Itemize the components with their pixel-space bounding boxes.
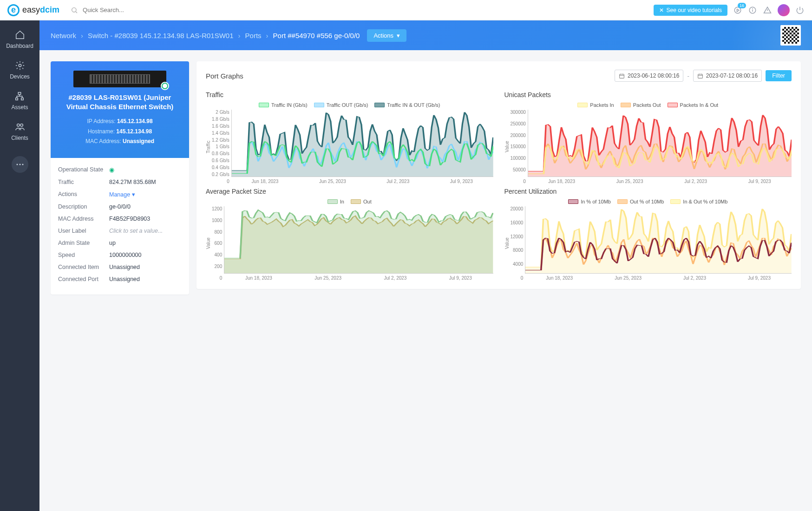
gear-icon	[15, 60, 25, 71]
switch-graphic	[73, 71, 166, 87]
svg-point-15	[19, 164, 20, 165]
alerts-icon[interactable]	[763, 6, 772, 15]
search-icon	[71, 7, 78, 14]
changelog-icon[interactable]: 16	[733, 6, 742, 15]
sidebar-item-assets[interactable]: Assets	[11, 91, 28, 111]
label: Connected Item	[58, 264, 109, 270]
home-icon	[15, 30, 25, 40]
logo-icon: e	[7, 4, 20, 16]
filter-button[interactable]: Filter	[766, 70, 792, 81]
search-input[interactable]	[83, 7, 176, 13]
svg-point-5	[753, 8, 753, 9]
label: MAC Address	[58, 216, 109, 222]
svg-point-13	[20, 124, 22, 127]
chart-title: Traffic	[206, 91, 493, 98]
sidebar: Dashboard Devices Assets Clients	[0, 20, 39, 306]
logo[interactable]: e easydcim	[7, 4, 59, 16]
svg-line-1	[76, 12, 77, 13]
logo-text: easydcim	[22, 5, 59, 15]
chevron-right-icon: ›	[266, 32, 268, 39]
close-icon: ✕	[659, 7, 664, 13]
graphs-panel: Port Graphs 2023-06-12 08:00:16 - 2023-0…	[196, 61, 801, 289]
user-label-input[interactable]: Click to set a value...	[109, 228, 182, 234]
chart-title: Average Packet Size	[206, 188, 493, 195]
label: User Label	[58, 228, 109, 234]
notification-badge: 16	[738, 3, 746, 8]
svg-point-14	[16, 164, 18, 165]
breadcrumb-switch[interactable]: Switch - #28039 145.12.134.98 LAS-R01SW0…	[88, 32, 234, 39]
chart-packet-size: Average Packet Size In Out Value 1200100…	[206, 188, 493, 281]
sidebar-more-button[interactable]	[12, 156, 28, 173]
hierarchy-icon	[14, 91, 25, 101]
svg-point-0	[72, 7, 76, 12]
chart-unicast: Unicast Packets Packets In Packets Out P…	[504, 91, 792, 184]
panel-title: Port Graphs	[206, 72, 243, 80]
qr-code[interactable]	[780, 25, 801, 46]
chart-title: Percent Utilization	[504, 188, 792, 195]
value: 824.27M 835.68M	[109, 179, 182, 185]
value: up	[109, 240, 182, 246]
chart-legend: Traffic IN (Gb/s) Traffic OUT (Gb/s) Tra…	[206, 102, 493, 108]
chart-legend: In Out	[206, 199, 493, 204]
users-icon	[15, 122, 25, 132]
sidebar-item-clients[interactable]: Clients	[11, 122, 28, 141]
chevron-right-icon: ›	[238, 32, 241, 39]
value: Unassigned	[109, 276, 182, 282]
breadcrumb-network[interactable]: Network	[51, 32, 76, 39]
search-bar[interactable]	[71, 7, 654, 14]
svg-rect-11	[21, 98, 24, 100]
calendar-icon	[619, 73, 625, 79]
chart-traffic: Traffic Traffic IN (Gb/s) Traffic OUT (G…	[206, 91, 493, 184]
sidebar-item-label: Dashboard	[6, 43, 33, 49]
label: Actions	[58, 191, 109, 198]
label: Description	[58, 203, 109, 210]
value: Unassigned	[109, 264, 182, 270]
dots-icon	[16, 164, 24, 165]
manage-link[interactable]: Manage ▾	[109, 191, 182, 198]
date-from-input[interactable]: 2023-06-12 08:00:16	[615, 70, 683, 82]
svg-point-8	[19, 64, 21, 67]
label: Speed	[58, 252, 109, 258]
video-tutorials-button[interactable]: ✕ See our video tutorials	[654, 5, 727, 16]
operational-state-icon: ◉	[109, 166, 182, 173]
date-separator: -	[687, 72, 689, 79]
svg-point-16	[22, 164, 23, 165]
label: Admin State	[58, 240, 109, 246]
svg-rect-10	[16, 98, 18, 100]
svg-rect-21	[698, 74, 702, 78]
sidebar-item-devices[interactable]: Devices	[10, 60, 30, 80]
breadcrumb: Network › Switch - #28039 145.12.134.98 …	[51, 32, 360, 39]
svg-rect-17	[620, 74, 624, 78]
sidebar-item-label: Assets	[11, 104, 28, 111]
label: Traffic	[58, 179, 109, 185]
chart-legend: Packets In Packets Out Packets In & Out	[504, 102, 792, 108]
sidebar-item-label: Clients	[11, 135, 28, 141]
chart-utilization: Percent Utilization In % of 10Mb Out % o…	[504, 188, 792, 281]
value: 1000000000	[109, 252, 182, 258]
actions-dropdown-button[interactable]: Actions ▾	[367, 29, 406, 42]
device-title: #28039 LAS-R01SW01 (Juniper Virtual Chas…	[58, 93, 182, 111]
chevron-right-icon: ›	[81, 32, 83, 39]
topbar: e easydcim ✕ See our video tutorials 16	[0, 0, 812, 20]
avatar[interactable]	[778, 4, 790, 16]
label: Connected Port	[58, 276, 109, 282]
chart-legend: In % of 10Mb Out % of 10Mb In & Out % of…	[504, 199, 792, 204]
breadcrumb-bar: Network › Switch - #28039 145.12.134.98 …	[39, 20, 812, 50]
breadcrumb-ports[interactable]: Ports	[245, 32, 262, 39]
value: ge-0/0/0	[109, 203, 182, 210]
breadcrumb-current: Port ##54970 #556 ge-0/0/0	[273, 32, 360, 39]
calendar-icon	[697, 73, 703, 79]
svg-rect-9	[19, 92, 21, 95]
device-card: #28039 LAS-R01SW01 (Juniper Virtual Chas…	[51, 61, 189, 295]
svg-point-12	[17, 124, 20, 127]
power-icon[interactable]	[795, 6, 805, 15]
status-badge-icon	[161, 82, 169, 90]
chart-title: Unicast Packets	[504, 91, 792, 98]
info-icon[interactable]	[748, 6, 757, 15]
label: Operational State	[58, 166, 109, 173]
sidebar-item-label: Devices	[10, 73, 30, 80]
value: F4B52F9D8903	[109, 216, 182, 222]
sidebar-item-dashboard[interactable]: Dashboard	[6, 30, 33, 49]
date-to-input[interactable]: 2023-07-12 08:00:16	[693, 70, 762, 82]
